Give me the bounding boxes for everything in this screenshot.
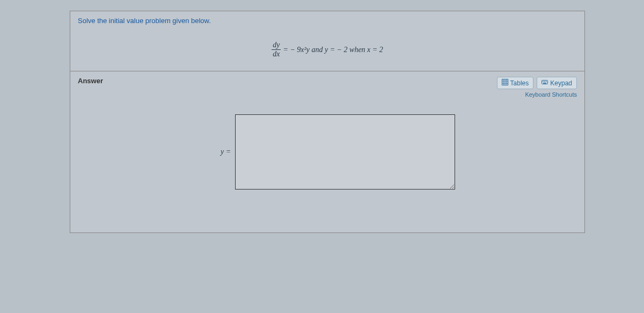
fraction-numerator: dy bbox=[272, 41, 281, 49]
right-tools: Tables Keypad Keyboard Shortcuts bbox=[497, 77, 577, 98]
answer-label: Answer bbox=[78, 77, 103, 85]
tables-button-label: Tables bbox=[510, 79, 529, 87]
svg-rect-0 bbox=[502, 79, 508, 85]
table-icon bbox=[502, 79, 508, 87]
keypad-button-label: Keypad bbox=[550, 79, 572, 87]
keyboard-shortcuts-link[interactable]: Keyboard Shortcuts bbox=[525, 91, 577, 98]
answer-input[interactable] bbox=[235, 114, 455, 190]
fraction-denominator: dx bbox=[272, 50, 281, 58]
question-card: Solve the initial value problem given be… bbox=[70, 11, 585, 233]
keypad-button[interactable]: Keypad bbox=[537, 77, 577, 89]
fraction-dy-dx: dy dx bbox=[272, 41, 281, 58]
answer-header: Answer Tables Keyp bbox=[70, 71, 584, 101]
equation-row: dy dx = − 9x²y and y = − 2 when x = 2 bbox=[78, 40, 577, 58]
svg-rect-7 bbox=[544, 81, 545, 82]
tables-button[interactable]: Tables bbox=[497, 77, 534, 89]
equation-text: = − 9x²y and y = − 2 when x = 2 bbox=[283, 46, 383, 54]
y-equals-label: y = bbox=[221, 148, 231, 156]
svg-rect-8 bbox=[546, 81, 547, 82]
question-instruction: Solve the initial value problem given be… bbox=[78, 17, 577, 25]
answer-section: Answer Tables Keyp bbox=[70, 71, 584, 232]
answer-input-row: y = bbox=[221, 114, 455, 190]
svg-rect-6 bbox=[543, 81, 544, 82]
keypad-icon bbox=[541, 79, 548, 87]
tool-buttons: Tables Keypad bbox=[497, 77, 577, 89]
svg-rect-9 bbox=[543, 83, 546, 84]
question-top: Solve the initial value problem given be… bbox=[70, 11, 584, 71]
